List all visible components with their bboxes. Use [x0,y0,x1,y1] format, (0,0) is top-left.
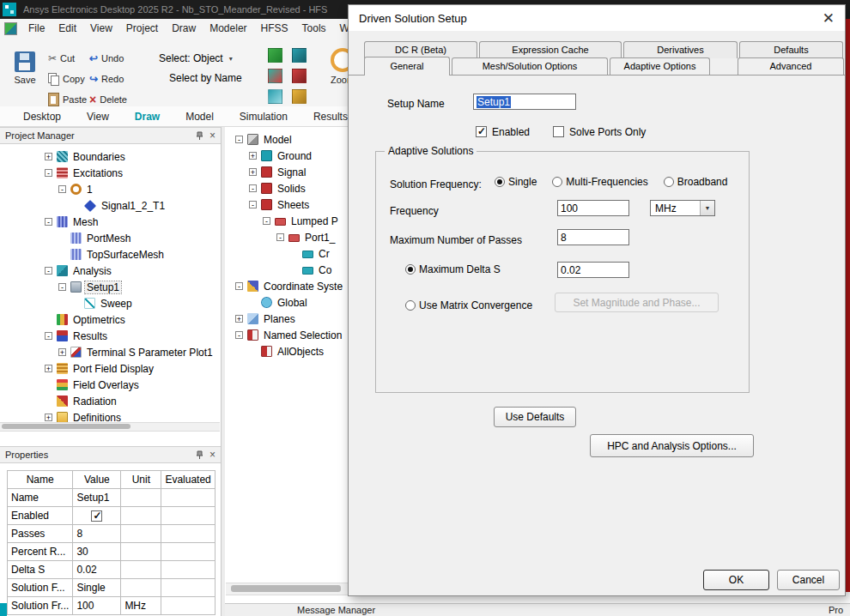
save-button[interactable]: Save [9,51,41,85]
menu-modeler[interactable]: Modeler [203,19,253,38]
delete-button[interactable]: × Delete [89,91,127,108]
property-value-cell[interactable]: Setup1 [73,489,121,507]
property-unit-cell[interactable] [121,489,161,507]
ribbon-tab-view[interactable]: View [74,111,122,123]
tree-toggle-icon[interactable]: + [249,168,257,176]
menu-hfss[interactable]: HFSS [254,19,295,38]
cut-button[interactable]: ✂ Cut [48,50,75,67]
max-delta-s-input[interactable]: 0.02 [557,262,629,278]
menu-edit[interactable]: Edit [52,19,83,38]
property-unit-cell[interactable]: MHz [121,597,161,615]
tree-item-mesh[interactable]: -Mesh [0,214,221,230]
property-value-cell[interactable]: 100 [73,597,121,615]
tree-item-setup1[interactable]: -Setup1 [0,279,221,295]
property-value-cell[interactable]: 0.02 [73,561,121,579]
tree-toggle-icon[interactable]: - [45,218,52,226]
enabled-value-checkbox[interactable] [91,510,102,522]
menu-file[interactable]: File [21,19,52,38]
pin-icon[interactable] [196,450,203,460]
property-name-cell[interactable]: Passes [8,525,73,543]
ribbon-tab-simulation[interactable]: Simulation [227,111,301,123]
project-manager-header[interactable]: Project Manager × [0,127,221,144]
chevron-down-icon[interactable]: ▼ [700,201,714,215]
tree-toggle-icon[interactable]: + [235,315,243,323]
tree-toggle-icon[interactable]: - [249,184,257,192]
tree-toggle-icon[interactable]: - [235,136,243,143]
property-name-cell[interactable]: Enabled [8,507,73,525]
radio-option-multi-frequencies[interactable]: Multi-Frequencies [552,176,647,188]
property-value-cell[interactable]: Single [73,579,121,597]
property-name-cell[interactable]: Name [8,489,73,507]
tree-toggle-icon[interactable]: + [45,153,52,160]
dialog-titlebar[interactable]: Driven Solution Setup ✕ [349,5,845,31]
close-icon[interactable]: × [209,130,216,141]
property-evaluated-cell[interactable] [161,597,215,615]
tree-item-optimetrics[interactable]: Optimetrics [0,311,221,328]
property-evaluated-cell[interactable] [161,525,215,543]
menu-tools[interactable]: Tools [295,19,333,38]
dialog-tab-general[interactable]: General [364,57,450,75]
analyze-all-icon[interactable] [292,48,307,63]
property-unit-cell[interactable] [121,543,161,561]
mesh-display-icon[interactable] [268,69,282,83]
dialog-tab-advanced[interactable]: Advanced [738,57,844,75]
dialog-tab-derivatives[interactable]: Derivatives [623,41,738,58]
property-value-cell[interactable]: 30 [73,543,121,561]
tree-toggle-icon[interactable]: - [45,332,52,340]
properties-header[interactable]: Properties × [0,446,221,463]
tree-toggle-icon[interactable]: - [235,282,243,290]
tree-toggle-icon[interactable]: - [235,331,243,339]
tree-toggle-icon[interactable]: - [249,201,257,208]
frequency-input[interactable]: 100 [557,200,629,216]
message-manager-bar[interactable]: Message Manager Pro [225,603,850,616]
menu-view[interactable]: View [83,19,119,38]
tree-item-1[interactable]: -1 [0,181,221,197]
tree-toggle-icon[interactable]: - [45,267,52,275]
tree-toggle-icon[interactable]: + [249,152,257,160]
tree-toggle-icon[interactable]: - [263,217,270,225]
cancel-button[interactable]: Cancel [777,570,840,590]
tree-toggle-icon[interactable]: - [276,233,284,241]
tree-item-terminal-s-parameter-plot1[interactable]: +Terminal S Parameter Plot1 [0,344,221,360]
radio-option-single[interactable]: Single [495,176,537,188]
tree-item-port-field-display[interactable]: +Port Field Display [0,360,221,377]
ok-button[interactable]: OK [703,570,769,590]
field-display-icon[interactable] [292,69,307,83]
tree-item-boundaries[interactable]: +Boundaries [0,148,221,165]
dialog-tab-expression-cache[interactable]: Expression Cache [479,41,622,58]
tree-item-analysis[interactable]: -Analysis [0,263,221,279]
validate-icon[interactable] [268,48,282,63]
select-by-name-button[interactable]: Select by Name [169,72,242,88]
port-display-icon[interactable] [268,89,282,104]
tree-toggle-icon[interactable]: + [45,414,52,421]
property-name-cell[interactable]: Delta S [8,561,73,579]
tree-item-topsurfacemesh[interactable]: TopSurfaceMesh [0,246,221,263]
hpc-analysis-options-button[interactable]: HPC and Analysis Options... [590,434,754,457]
tree-toggle-icon[interactable]: - [45,169,52,177]
undo-button[interactable]: ↩ Undo [89,50,124,67]
max-delta-s-radio[interactable]: Maximum Delta S [405,263,501,275]
pin-icon[interactable] [196,131,203,141]
menu-draw[interactable]: Draw [165,19,203,38]
ribbon-tab-model[interactable]: Model [173,111,227,123]
use-matrix-convergence-radio[interactable]: Use Matrix Convergence [405,299,532,311]
property-evaluated-cell[interactable] [161,489,215,507]
solve-ports-only-checkbox[interactable] [553,126,564,137]
property-evaluated-cell[interactable] [161,561,215,579]
close-icon[interactable]: ✕ [823,11,835,26]
scrollbar-thumb[interactable] [2,424,131,429]
tree-toggle-icon[interactable]: + [58,348,66,356]
property-value-cell[interactable]: 8 [73,525,121,543]
property-unit-cell[interactable] [121,507,161,525]
tree-item-signal1-2-t1[interactable]: Signal1_2_T1 [0,197,221,214]
copy-button[interactable]: Copy [48,70,85,88]
property-evaluated-cell[interactable] [161,579,215,597]
paste-button[interactable]: Paste [48,91,87,108]
dialog-tab-mesh-solution-options[interactable]: Mesh/Solution Options [452,57,608,75]
property-unit-cell[interactable] [121,561,161,579]
use-defaults-button[interactable]: Use Defaults [494,407,576,427]
property-value-cell[interactable] [73,507,121,525]
tree-toggle-icon[interactable]: - [58,185,66,193]
property-name-cell[interactable]: Solution Fr... [8,597,73,615]
tree-item-excitations[interactable]: -Excitations [0,165,221,181]
